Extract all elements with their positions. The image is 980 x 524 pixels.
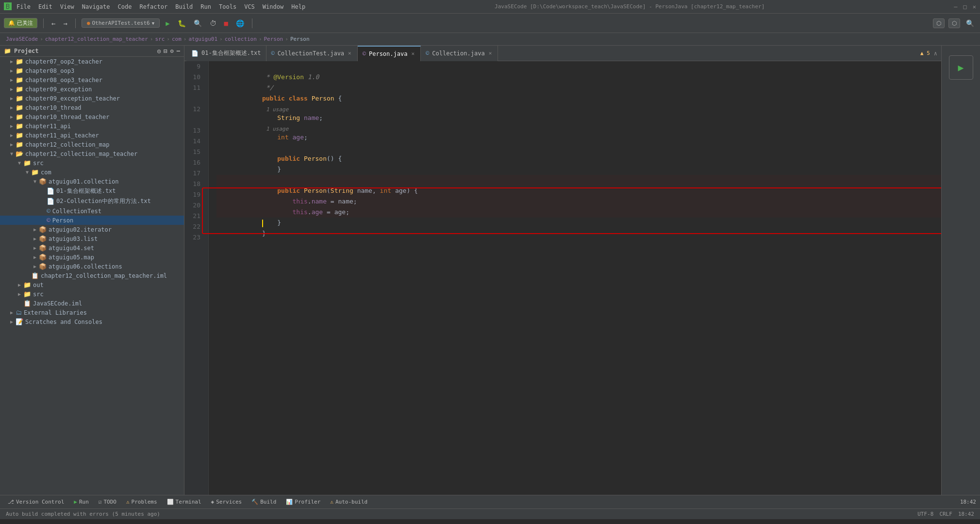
sidebar-item-file01[interactable]: 📄 01-集合框架概述.txt xyxy=(0,186,184,196)
sidebar-item-chapter12t[interactable]: ▼ 📂 chapter12_collection_map_teacher xyxy=(0,149,184,158)
run-button[interactable]: ▶ xyxy=(164,18,171,28)
sidebar-item-atguigu06[interactable]: ▶ 📦 atguigu06.collections xyxy=(0,262,184,271)
bottom-tab-profiler[interactable]: 📊 Profiler xyxy=(282,498,324,506)
sidebar-item-chapter08oop3t[interactable]: ▶ 📁 chapter08_oop3_teacher xyxy=(0,75,184,85)
bottom-tab-auto-build[interactable]: ⚠ Auto-build xyxy=(326,498,371,506)
tab-person-close[interactable]: ✕ xyxy=(410,51,415,57)
build-icon: 🔨 xyxy=(251,499,258,505)
sidebar-item-atguigu04[interactable]: ▶ 📦 atguigu04.set xyxy=(0,243,184,253)
sidebar-item-collectiontest[interactable]: © CollectionTest xyxy=(0,206,184,216)
sidebar-header: 📁 Project ◎ ⊟ ⚙ — xyxy=(0,46,184,57)
sidebar-item-external-libraries[interactable]: ▶ 🗂 External Libraries xyxy=(0,308,184,317)
auto-build-label: Auto-build xyxy=(335,499,367,505)
tab-collectiontest[interactable]: © CollectionTest.java ✕ xyxy=(266,46,358,61)
bottom-tab-run[interactable]: ▶ Run xyxy=(70,498,93,506)
stop-button[interactable]: ■ xyxy=(222,18,230,28)
ide-settings-button[interactable]: ⬡ xyxy=(933,18,945,28)
expand-icon[interactable]: ∧ xyxy=(934,50,937,57)
profile-button[interactable]: ⏱ xyxy=(208,18,218,28)
sidebar-item-chapter11[interactable]: ▶ 📁 chapter11_api xyxy=(0,121,184,131)
search-everywhere-button[interactable]: 🔍 xyxy=(964,18,976,28)
forward-button[interactable]: → xyxy=(61,18,69,28)
bottom-tab-build[interactable]: 🔨 Build xyxy=(248,498,280,506)
tab-collection[interactable]: © Collection.java ✕ xyxy=(421,46,498,61)
menu-help[interactable]: Help xyxy=(291,3,305,10)
menu-tools[interactable]: Tools xyxy=(219,3,236,10)
breadcrumb-item-javacode[interactable]: JavaSECode xyxy=(6,36,38,42)
subscribe-button[interactable]: 🔔 已关注 xyxy=(4,18,37,28)
run-panel-button[interactable]: ▶ xyxy=(949,55,973,80)
sidebar-item-chapter12[interactable]: ▶ 📁 chapter12_collection_map xyxy=(0,140,184,149)
sidebar-item-person[interactable]: © Person xyxy=(0,216,184,225)
run-dashboard-button[interactable]: ⬡ xyxy=(948,18,960,28)
menu-edit[interactable]: Edit xyxy=(38,3,52,10)
breadcrumb-item-collection[interactable]: collection xyxy=(225,36,257,42)
tab-collectiontest-close[interactable]: ✕ xyxy=(347,50,352,56)
breadcrumb-item-chapter12[interactable]: chapter12_collection_map_teacher xyxy=(45,36,148,42)
sidebar-item-chapter09t[interactable]: ▶ 📁 chapter09_exception_teacher xyxy=(0,94,184,103)
sidebar-item-atguigu03[interactable]: ▶ 📦 atguigu03.list xyxy=(0,234,184,243)
sidebar-item-chapter10t[interactable]: ▶ 📁 chapter10_thread_teacher xyxy=(0,112,184,121)
menu-refactor[interactable]: Refactor xyxy=(139,3,167,10)
menu-run[interactable]: Run xyxy=(200,3,211,10)
services-label: Services xyxy=(216,499,242,505)
bottom-right-info: 18:42 xyxy=(960,499,976,505)
sidebar-item-com[interactable]: ▼ 📁 com xyxy=(0,168,184,177)
menu-view[interactable]: View xyxy=(60,3,74,10)
terminal-label: Terminal xyxy=(176,499,201,505)
translate-button[interactable]: 🌐 xyxy=(234,18,246,28)
sidebar-item-src[interactable]: ▼ 📁 src xyxy=(0,158,184,168)
sidebar-item-atguigu05[interactable]: ▶ 📦 atguigu05.map xyxy=(0,253,184,262)
tab-txt[interactable]: 📄 01-集合框架概述.txt xyxy=(186,46,266,61)
sidebar-item-chapter10[interactable]: ▶ 📁 chapter10_thread xyxy=(0,103,184,112)
sidebar-item-chapter11t[interactable]: ▶ 📁 chapter11_api_teacher xyxy=(0,131,184,140)
coverage-button[interactable]: 🔍 xyxy=(192,18,204,28)
debug-button[interactable]: 🐛 xyxy=(176,18,188,28)
breadcrumb-item-person1[interactable]: Person xyxy=(264,36,283,42)
editor-area[interactable]: 9 10 11 12 13 14 15 16 17 18 19 20 21 22 xyxy=(184,61,941,495)
tab-person[interactable]: © Person.java ✕ xyxy=(358,46,421,61)
menu-build[interactable]: Build xyxy=(175,3,193,10)
breadcrumb-item-person2[interactable]: Person xyxy=(290,36,310,42)
bottom-tab-services[interactable]: ◈ Services xyxy=(207,498,246,506)
sidebar-item-chapter08[interactable]: ▶ 📁 chapter08_oop3 xyxy=(0,66,184,75)
sidebar-close-icon[interactable]: — xyxy=(177,48,180,54)
sidebar-item-src2[interactable]: ▶ 📁 src xyxy=(0,289,184,299)
sidebar-item-javasecodeiml[interactable]: 📋 JavaSECode.iml xyxy=(0,299,184,308)
terminal-icon: ⬜ xyxy=(167,499,174,505)
collapse-all-icon[interactable]: ⊟ xyxy=(164,48,167,54)
run-config-icon: ● xyxy=(87,20,90,26)
right-side-panel: ▶ xyxy=(941,46,980,495)
bottom-tab-terminal[interactable]: ⬜ Terminal xyxy=(163,498,205,506)
menu-window[interactable]: Window xyxy=(263,3,283,10)
sidebar-item-scratches[interactable]: ▶ 📝 Scratches and Consoles xyxy=(0,317,184,326)
sidebar-item-chapter07[interactable]: ▶ 📁 chapter07_oop2_teacher xyxy=(0,57,184,66)
locate-file-icon[interactable]: ◎ xyxy=(157,48,161,54)
sidebar-item-file02[interactable]: 📄 02-Collection中的常用方法.txt xyxy=(0,196,184,206)
menu-code[interactable]: Code xyxy=(118,3,132,10)
bottom-tab-problems[interactable]: ⚠ Problems xyxy=(122,498,161,506)
sidebar-item-chapter09[interactable]: ▶ 📁 chapter09_exception xyxy=(0,85,184,94)
run-config-selector[interactable]: ● OtherAPITest.test6 ▼ xyxy=(82,18,160,28)
code-content[interactable]: * @Version 1.0 */ public class Person { … xyxy=(209,61,941,495)
breadcrumb-item-com[interactable]: com xyxy=(172,36,182,42)
sidebar-item-out[interactable]: ▶ 📁 out xyxy=(0,280,184,289)
menu-file[interactable]: File xyxy=(17,3,31,10)
bottom-tab-version-control[interactable]: ⎇ Version Control xyxy=(4,498,68,506)
code-line-12: String name; xyxy=(216,102,941,113)
breadcrumb-item-atguigu01[interactable]: atguigu01 xyxy=(188,36,217,42)
status-line-ending: CRLF xyxy=(939,511,952,517)
status-message: Auto build completed with errors (5 minu… xyxy=(6,511,160,517)
bottom-tab-todo[interactable]: ☑ TODO xyxy=(95,498,120,506)
back-button[interactable]: ← xyxy=(50,18,57,28)
tab-collection-close[interactable]: ✕ xyxy=(488,50,493,56)
menu-vcs[interactable]: VCS xyxy=(244,3,255,10)
breadcrumb-item-src[interactable]: src xyxy=(155,36,165,42)
sidebar-item-iml[interactable]: 📋 chapter12_collection_map_teacher.iml xyxy=(0,271,184,280)
tab-collection-icon: © xyxy=(426,50,429,57)
sidebar-item-atguigu01[interactable]: ▼ 📦 atguigu01.collection xyxy=(0,177,184,186)
sidebar-item-atguigu02[interactable]: ▶ 📦 atguigu02.iterator xyxy=(0,225,184,234)
menu-navigate[interactable]: Navigate xyxy=(82,3,110,10)
sidebar-settings-icon[interactable]: ⚙ xyxy=(170,48,174,54)
status-encoding: UTF-8 xyxy=(917,511,933,517)
